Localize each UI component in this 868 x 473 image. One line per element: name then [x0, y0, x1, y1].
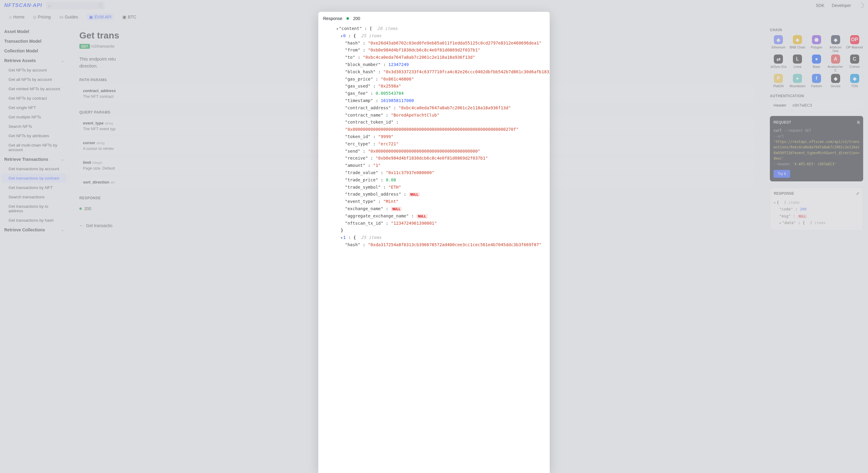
- json-field: "aggregate_exchange_name" : NULL: [337, 213, 545, 220]
- json-field: "erc_type" : "erc721": [337, 140, 545, 148]
- response-modal: Response 200 ▼"content" : [ 20 items ▼0 …: [318, 12, 550, 473]
- json-field: "gas_used" : "0x2598a": [337, 83, 545, 90]
- modal-body[interactable]: ▼"content" : [ 20 items ▼0 : { 25 items …: [318, 25, 550, 473]
- json-field: "gas_fee" : 0.005543784: [337, 90, 545, 97]
- json-field: "trade_value" : "0x11c37937e080000": [337, 169, 545, 177]
- json-field: "block_hash" : "0x3d30337233f4c6377710fc…: [337, 68, 545, 76]
- json-field: "block_number" : 12347249: [337, 61, 545, 68]
- json-field: "nftscan_tx_id" : "1234724901390001": [337, 220, 545, 227]
- json-field: "trade_price" : 0.08: [337, 177, 545, 184]
- json-field: "trade_symbol" : "ETH": [337, 184, 545, 191]
- json-field: "to" : "0xbc4ca0eda7647a8ab7c2061c2e118a…: [337, 54, 545, 61]
- json-field: "contract_token_id" :: [337, 119, 545, 126]
- modal-title: Response: [323, 16, 342, 21]
- json-field: "timestamp" : 1619858117000: [337, 97, 545, 104]
- json-field: "from" : "0xb0e984d4bf1830dcb6c8c4e0f81d…: [337, 46, 545, 54]
- modal-status-code: 200: [353, 16, 360, 21]
- json-field: "hash" : "0xe26d43ab6702c03ed0fe9eb85a01…: [337, 40, 545, 47]
- status-dot-icon: [346, 17, 349, 20]
- json-field: "gas_price" : "0x861c46800": [337, 76, 545, 83]
- json-field: "event_type" : "Mint": [337, 198, 545, 205]
- json-field: "send" : "0x0000000000000000000000000000…: [337, 148, 545, 155]
- json-field: "token_id" : "9999": [337, 133, 545, 140]
- json-field: "trade_symbol_address" : NULL: [337, 191, 545, 198]
- json-field: "contract_name" : "BoredApeYachtClub": [337, 112, 545, 119]
- json-field: "contract_address" : "0xbc4ca0eda7647a8a…: [337, 104, 545, 112]
- json-field: "receive" : "0xb0e984d4bf1830dcb6c8c4e0f…: [337, 155, 545, 162]
- json-field: "amount" : "1": [337, 162, 545, 169]
- json-field: "exchange_name" : NULL: [337, 205, 545, 213]
